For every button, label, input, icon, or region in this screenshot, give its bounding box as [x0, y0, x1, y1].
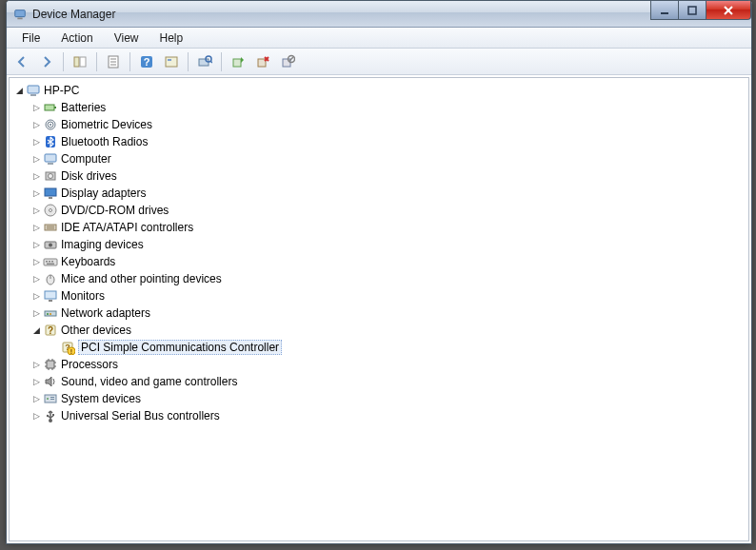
- system-icon: [43, 391, 58, 406]
- expand-icon[interactable]: ▷: [30, 376, 42, 387]
- svg-rect-23: [30, 94, 36, 96]
- tree-item[interactable]: ▷Network adapters: [29, 304, 746, 322]
- svg-rect-17: [233, 59, 241, 67]
- maximize-button[interactable]: [678, 1, 706, 20]
- uninstall-button[interactable]: [251, 50, 274, 73]
- imaging-icon: [43, 237, 58, 252]
- bluetooth-icon: [43, 134, 58, 149]
- tree-item-label: Mice and other pointing devices: [61, 272, 222, 285]
- svg-rect-34: [45, 188, 56, 196]
- menu-file[interactable]: File: [12, 29, 50, 47]
- expand-icon[interactable]: ▷: [30, 222, 42, 233]
- tree-item[interactable]: ▷System devices: [29, 390, 746, 407]
- forward-button[interactable]: [35, 50, 58, 73]
- sound-icon: [43, 374, 58, 389]
- disable-button[interactable]: [276, 50, 299, 73]
- monitor-icon: [43, 288, 58, 304]
- disk-icon: [43, 168, 58, 184]
- expand-icon[interactable]: ▷: [30, 359, 42, 370]
- device-manager-window: Device Manager File Action View Help ? ◢…: [6, 0, 752, 544]
- expand-icon[interactable]: ▷: [30, 205, 42, 216]
- expand-icon[interactable]: ▷: [30, 410, 42, 422]
- tree-item[interactable]: ▷Mice and other pointing devices: [29, 270, 746, 287]
- show-hide-console-button[interactable]: [69, 50, 91, 73]
- svg-rect-45: [49, 261, 50, 263]
- expand-icon[interactable]: ▷: [30, 187, 42, 199]
- expand-icon[interactable]: ▷: [30, 170, 42, 182]
- update-driver-button[interactable]: [227, 50, 249, 73]
- svg-text:!: !: [70, 348, 72, 355]
- keyboard-icon: [43, 254, 58, 269]
- tree-item[interactable]: ▷Processors: [29, 356, 746, 373]
- tree-item[interactable]: ▷Bluetooth Radios: [29, 133, 746, 150]
- minimize-button[interactable]: [650, 1, 679, 20]
- tree-item[interactable]: ▷Biometric Devices: [29, 116, 746, 133]
- tree-item[interactable]: ▷DVD/CD-ROM drives: [29, 202, 746, 219]
- tree-item[interactable]: ▷Computer: [29, 150, 746, 167]
- toolbar-separator: [221, 52, 222, 71]
- tree-item[interactable]: ▷Batteries: [29, 99, 746, 116]
- tree-item-label: Processors: [61, 358, 118, 371]
- tree-item-label: Sound, video and game controllers: [61, 375, 237, 388]
- tree-item[interactable]: ▷Monitors: [29, 287, 746, 304]
- tree-item-label: PCI Simple Communications Controller: [78, 340, 282, 355]
- tree-item-label: Keyboards: [61, 255, 115, 268]
- svg-rect-44: [46, 261, 48, 263]
- display-icon: [43, 186, 58, 201]
- expand-icon[interactable]: ▷: [30, 290, 42, 302]
- svg-point-28: [50, 124, 51, 126]
- titlebar[interactable]: Device Manager: [7, 1, 751, 28]
- close-button[interactable]: [706, 1, 751, 20]
- properties-button[interactable]: [102, 50, 125, 73]
- expand-icon[interactable]: ▷: [30, 393, 42, 404]
- tree-item[interactable]: ▷Keyboards: [29, 253, 746, 270]
- help-button[interactable]: ?: [135, 50, 158, 73]
- expand-icon[interactable]: ▷: [30, 119, 42, 130]
- tree-item-label: Bluetooth Radios: [61, 135, 148, 148]
- svg-rect-30: [45, 154, 56, 162]
- expand-icon[interactable]: ▷: [30, 239, 42, 250]
- tree-item[interactable]: ?!PCI Simple Communications Controller: [46, 339, 746, 356]
- tree-item[interactable]: ▷Sound, video and game controllers: [29, 373, 746, 390]
- svg-rect-0: [15, 10, 26, 16]
- svg-point-33: [49, 174, 53, 179]
- svg-rect-5: [80, 57, 86, 67]
- expand-icon[interactable]: ▷: [30, 273, 42, 285]
- toolbar-separator: [63, 52, 64, 71]
- expand-icon[interactable]: ▷: [30, 307, 42, 319]
- tree-item[interactable]: ◢HP-PC: [11, 82, 746, 99]
- expand-icon[interactable]: ▷: [30, 102, 42, 113]
- unknown-warn-icon: ?!: [60, 340, 75, 355]
- collapse-icon[interactable]: ◢: [30, 324, 42, 336]
- window-title: Device Manager: [32, 8, 115, 21]
- svg-rect-72: [50, 397, 54, 398]
- expand-icon[interactable]: ▷: [30, 256, 42, 267]
- back-button[interactable]: [10, 50, 33, 73]
- action-button[interactable]: [160, 50, 183, 73]
- svg-rect-24: [45, 105, 54, 110]
- tree-item[interactable]: ◢?Other devices: [29, 322, 746, 339]
- tree-item[interactable]: ▷IDE ATA/ATAPI controllers: [29, 219, 746, 236]
- menu-view[interactable]: View: [105, 29, 149, 47]
- menu-help[interactable]: Help: [150, 29, 193, 47]
- svg-rect-4: [74, 57, 79, 67]
- tree-item-label: HP-PC: [44, 84, 79, 97]
- tree-item[interactable]: ▷Imaging devices: [29, 236, 746, 253]
- svg-rect-14: [199, 59, 209, 66]
- svg-line-16: [210, 61, 212, 63]
- svg-text:?: ?: [48, 325, 53, 336]
- tree-pane[interactable]: ◢HP-PC▷Batteries▷Biometric Devices▷Bluet…: [9, 77, 749, 541]
- tree-item[interactable]: ▷Display adapters: [29, 185, 746, 202]
- expand-icon[interactable]: ▷: [30, 136, 42, 147]
- svg-rect-50: [45, 291, 56, 299]
- scan-hardware-button[interactable]: [193, 50, 216, 73]
- svg-rect-53: [47, 313, 49, 315]
- svg-rect-47: [47, 264, 54, 265]
- tree-item[interactable]: ▷Universal Serial Bus controllers: [29, 407, 746, 424]
- svg-rect-3: [688, 7, 696, 14]
- menu-action[interactable]: Action: [51, 29, 102, 47]
- collapse-icon[interactable]: ◢: [13, 85, 25, 96]
- app-icon: [12, 7, 28, 22]
- tree-item[interactable]: ▷Disk drives: [29, 167, 746, 185]
- expand-icon[interactable]: ▷: [30, 153, 42, 165]
